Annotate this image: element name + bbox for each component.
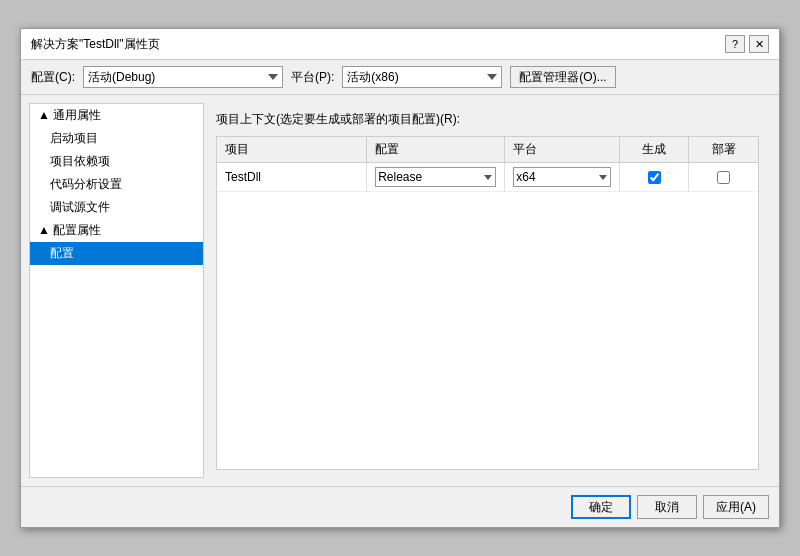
tree-item-debug-source[interactable]: 调试源文件 [30, 196, 203, 219]
tree-item-label: ▲ 通用属性 [38, 107, 101, 124]
row-platform-select[interactable]: x64 [513, 167, 611, 187]
cell-project-name: TestDll [217, 163, 367, 192]
tree-item-startup[interactable]: 启动项目 [30, 127, 203, 150]
cell-build-checkbox[interactable] [620, 163, 689, 192]
build-checkbox[interactable] [648, 171, 661, 184]
col-header-config: 配置 [367, 137, 505, 163]
platform-label: 平台(P): [291, 69, 334, 86]
row-config-select[interactable]: Release [375, 167, 496, 187]
tree-item-label: 调试源文件 [50, 199, 110, 216]
tree-item-config-props[interactable]: ▲ 配置属性 [30, 219, 203, 242]
config-manager-button[interactable]: 配置管理器(O)... [510, 66, 615, 88]
tree-item-label: 项目依赖项 [50, 153, 110, 170]
dialog-title: 解决方案"TestDll"属性页 [31, 36, 160, 53]
table-row: TestDll Release x64 [217, 163, 758, 192]
tree-item-config[interactable]: 配置 [30, 242, 203, 265]
tree-item-common-props[interactable]: ▲ 通用属性 [30, 104, 203, 127]
main-content: ▲ 通用属性 启动项目 项目依赖项 代码分析设置 调试源文件 ▲ 配置属性 配置 [21, 95, 779, 486]
tree-item-label: ▲ 配置属性 [38, 222, 101, 239]
project-table-container: 项目 配置 平台 生成 部署 TestDll [216, 136, 759, 470]
tree-item-project-deps[interactable]: 项目依赖项 [30, 150, 203, 173]
cell-config-select[interactable]: Release [367, 163, 505, 192]
table-header-row: 项目 配置 平台 生成 部署 [217, 137, 758, 163]
tree-item-label: 启动项目 [50, 130, 98, 147]
title-bar-controls: ? ✕ [725, 35, 769, 53]
cancel-button[interactable]: 取消 [637, 495, 697, 519]
properties-dialog: 解决方案"TestDll"属性页 ? ✕ 配置(C): 活动(Debug) 平台… [20, 28, 780, 528]
build-checkbox-container [628, 171, 680, 184]
section-label: 项目上下文(选定要生成或部署的项目配置)(R): [216, 111, 759, 128]
project-table: 项目 配置 平台 生成 部署 TestDll [217, 137, 758, 192]
title-bar: 解决方案"TestDll"属性页 ? ✕ [21, 29, 779, 60]
help-button[interactable]: ? [725, 35, 745, 53]
deploy-checkbox-container [697, 171, 750, 184]
deploy-checkbox[interactable] [717, 171, 730, 184]
close-button[interactable]: ✕ [749, 35, 769, 53]
col-header-project: 项目 [217, 137, 367, 163]
cell-platform-select[interactable]: x64 [505, 163, 620, 192]
platform-select[interactable]: 活动(x86) [342, 66, 502, 88]
cell-deploy-checkbox[interactable] [689, 163, 758, 192]
right-panel: 项目上下文(选定要生成或部署的项目配置)(R): 项目 配置 平台 生成 部署 [204, 103, 771, 478]
tree-item-label: 代码分析设置 [50, 176, 122, 193]
tree-item-code-analysis[interactable]: 代码分析设置 [30, 173, 203, 196]
col-header-build: 生成 [620, 137, 689, 163]
ok-button[interactable]: 确定 [571, 495, 631, 519]
col-header-deploy: 部署 [689, 137, 758, 163]
footer-row: 确定 取消 应用(A) [21, 486, 779, 527]
toolbar-row: 配置(C): 活动(Debug) 平台(P): 活动(x86) 配置管理器(O)… [21, 60, 779, 95]
apply-button[interactable]: 应用(A) [703, 495, 769, 519]
config-label: 配置(C): [31, 69, 75, 86]
left-panel: ▲ 通用属性 启动项目 项目依赖项 代码分析设置 调试源文件 ▲ 配置属性 配置 [29, 103, 204, 478]
config-select[interactable]: 活动(Debug) [83, 66, 283, 88]
tree-item-label: 配置 [50, 245, 74, 262]
col-header-platform: 平台 [505, 137, 620, 163]
